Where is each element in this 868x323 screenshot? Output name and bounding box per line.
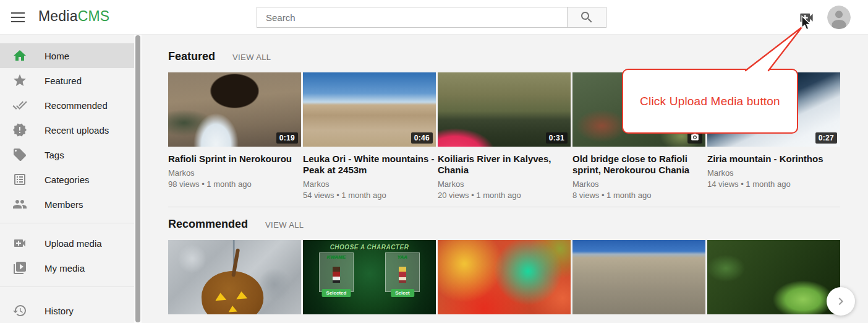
media-card [438,240,571,314]
sidebar-item-home[interactable]: Home [0,43,134,68]
game-character-sprite [399,267,406,283]
sidebar-label: Tags [45,150,64,160]
recommended-cards-row: CHOOSE A CHARACTER KWAME Selected YAA Se… [168,240,868,314]
mediacms-page: MediaCMS [0,0,868,323]
media-author[interactable]: Markos [438,179,571,189]
media-thumbnail[interactable] [168,240,301,314]
media-meta: 14 views • 1 month ago [707,179,840,189]
sidebar-label: Categories [45,174,90,185]
media-title[interactable]: Rafioli Sprint in Nerokourou [168,153,301,165]
media-meta: 8 views • 1 month ago [572,191,705,200]
featured-section-title: Featured [168,50,215,63]
top-bar: MediaCMS [0,0,868,35]
done-all-icon [12,98,27,113]
media-thumbnail[interactable] [438,240,571,314]
sidebar-label: Home [45,51,69,61]
duration-badge: 0:19 [276,132,298,144]
sidebar-item-featured[interactable]: Featured [0,68,134,93]
sidebar-scrollbar-thumb[interactable] [135,35,140,322]
duration-badge: 0:31 [546,132,568,144]
media-meta: 98 views • 1 month ago [168,179,301,189]
media-author[interactable]: Markos [707,168,840,178]
game-heading-text: CHOOSE A CHARACTER [303,244,436,251]
media-card [168,240,301,314]
featured-view-all-link[interactable]: VIEW ALL [232,53,271,62]
game-character-panel: KWAME Selected [319,252,354,292]
sidebar-label: Upload media [45,238,102,249]
sidebar-item-tags[interactable]: Tags [0,142,134,167]
media-author[interactable]: Markos [303,179,436,189]
sidebar-item-members[interactable]: Members [0,192,134,217]
search-button[interactable] [567,7,606,27]
media-thumbnail[interactable]: 0:46 [303,72,436,147]
duration-badge: 0:27 [815,132,837,144]
sidebar-item-my-media[interactable]: My media [0,256,134,280]
media-title[interactable]: Koiliaris River in Kalyves, Chania [438,153,571,176]
media-title[interactable]: Old bridge close to Rafioli sprint, Nero… [572,153,705,176]
star-icon [12,73,27,88]
sidebar-item-history[interactable]: History [0,298,134,323]
sidebar-item-categories[interactable]: Categories [0,167,134,192]
sidebar-item-upload-media[interactable]: Upload media [0,231,134,256]
section-divider [168,207,840,207]
home-icon [12,48,27,63]
sidebar-item-recent-uploads[interactable]: Recent uploads [0,118,134,142]
media-thumbnail[interactable]: CHOOSE A CHARACTER KWAME Selected YAA Se… [303,240,436,314]
recommended-section-title: Recommended [168,218,248,231]
tag-icon [12,147,27,162]
media-thumbnail[interactable] [707,240,840,314]
categories-icon [12,172,27,187]
chevron-right-icon [833,294,848,309]
media-card: 0:19 Rafioli Sprint in Nerokourou Markos… [168,72,301,207]
duration-badge: 0:46 [411,132,433,144]
camera-icon [691,133,699,142]
game-character-name: YAA [386,254,419,260]
logo-cms: CMS [78,8,110,24]
logo[interactable]: MediaCMS [38,8,109,25]
sidebar-label: Featured [45,75,82,86]
media-thumbnail[interactable]: 0:19 [168,72,301,147]
game-character-name: KWAME [320,254,353,260]
recommended-view-all-link[interactable]: VIEW ALL [265,220,304,230]
media-title[interactable]: Leuka Ori - White mountains - Peak at 24… [303,153,436,176]
media-card: 0:46 Leuka Ori - White mountains - Peak … [303,72,436,207]
avatar[interactable] [827,6,851,29]
search-icon [579,10,594,25]
sidebar-label: My media [45,263,85,273]
media-author[interactable]: Markos [168,168,301,178]
game-character-sprite [333,267,340,283]
media-card: 0:31 Koiliaris River in Kalyves, Chania … [438,72,571,207]
media-thumbnail[interactable]: 0:31 [438,72,571,147]
history-icon [12,303,27,318]
game-selected-button: Selected [322,289,351,297]
media-thumbnail[interactable] [572,240,705,314]
sidebar-label: Recent uploads [45,125,109,136]
upload-media-button[interactable] [797,9,815,25]
search-bar [257,7,606,28]
sidebar: Home Featured Recommended Recent uploads [0,35,134,323]
new-releases-icon [12,123,27,137]
media-card: CHOOSE A CHARACTER KWAME Selected YAA Se… [303,240,436,314]
media-title[interactable]: Ziria mountain - Korinthos [707,153,840,165]
media-author[interactable]: Markos [572,179,705,189]
upload-media-icon [798,9,815,26]
pumpkin-craft-art [200,269,265,314]
logo-media: Media [38,8,78,24]
sidebar-item-recommended[interactable]: Recommended [0,93,134,118]
sidebar-label: History [45,306,74,316]
media-meta: 20 views • 1 month ago [438,191,571,200]
sidebar-scrollbar-track[interactable] [134,35,142,323]
search-input[interactable] [257,7,567,27]
media-meta: 54 views • 1 month ago [303,191,436,200]
media-card [572,240,705,314]
my-media-icon [12,261,27,275]
carousel-next-button[interactable] [827,287,855,316]
sidebar-label: Members [45,199,83,210]
user-avatar-icon [827,6,851,29]
menu-icon[interactable] [9,9,27,26]
media-card [707,240,840,314]
members-icon [12,197,27,212]
game-character-panel: YAA Select [385,252,420,292]
game-select-button: Select [391,289,414,297]
callout-tooltip: Click Upload Media button [622,69,798,134]
